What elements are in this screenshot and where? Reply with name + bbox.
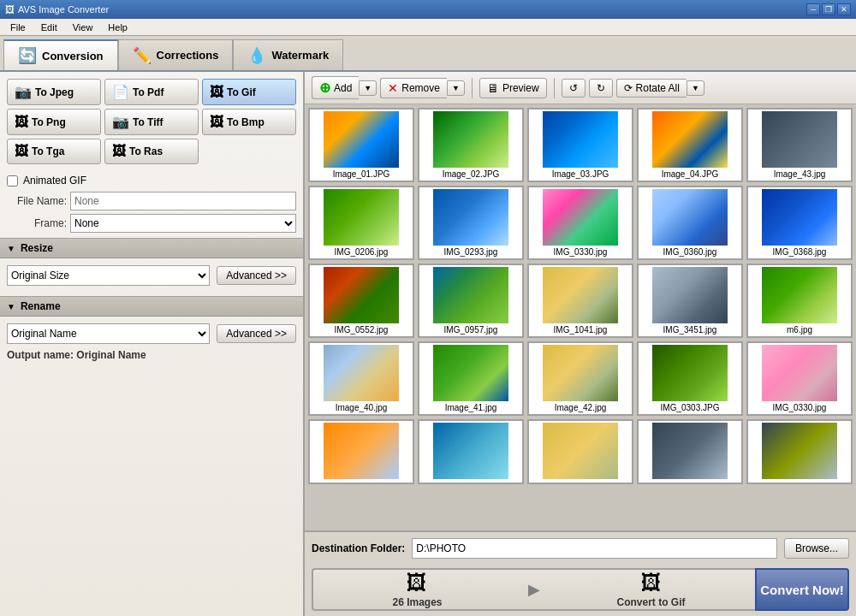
frame-select[interactable]: None [70,214,296,233]
image-item[interactable] [527,419,633,484]
add-button[interactable]: ⊕ Add [312,76,359,99]
rotate-all-button[interactable]: ⟳ Rotate All [616,79,687,98]
image-item[interactable]: m6.jpg [746,264,853,338]
image-grid-container[interactable]: Image_01.JPGImage_02.JPGImage_03.JPGImag… [305,104,856,530]
format-jpeg-button[interactable]: 📷 To Jpeg [7,79,101,105]
close-button[interactable]: ✕ [837,3,851,15]
image-name: IMG_0360.jpg [663,247,717,257]
convert-target-item: 🖼 Convert to Gif [617,571,686,608]
image-thumbnail [762,111,837,168]
resize-arrow-icon: ▼ [7,244,15,253]
format-ras-button[interactable]: 🖼 To Ras [104,139,199,164]
image-item[interactable]: Image_01.JPG [308,108,414,182]
image-thumbnail [652,111,728,168]
add-dropdown-button[interactable]: ▼ [359,80,377,96]
file-name-input[interactable] [70,192,296,210]
convert-arrow: ▶ [521,568,547,611]
image-item[interactable] [746,419,853,484]
format-tga-label: To Tga [32,145,64,157]
tab-watermark[interactable]: 💧 Watermark [233,39,343,70]
convert-target-section: 🖼 Convert to Gif [547,568,755,611]
image-item[interactable]: IMG_0360.jpg [637,186,743,260]
image-thumbnail [762,423,837,479]
image-item[interactable]: IMG_0957.jpg [418,264,524,338]
image-item[interactable]: Image_04.JPG [637,108,743,182]
image-name: Image_02.JPG [443,169,500,179]
rename-arrow-icon: ▼ [7,302,15,311]
menu-view[interactable]: View [66,21,100,34]
preview-button[interactable]: 🖥 Preview [479,78,547,98]
animated-gif-checkbox[interactable] [7,175,18,187]
image-name: Image_42.jpg [555,403,607,412]
remove-dropdown-button[interactable]: ▼ [447,80,465,96]
png-icon: 🖼 [15,115,28,130]
format-bmp-button[interactable]: 🖼 To Bmp [202,109,296,135]
animated-gif-label[interactable]: Animated GIF [23,175,86,187]
left-panel: 📷 To Jpeg 📄 To Pdf 🖼 To Gif 🖼 To Png 📷 T… [0,72,305,616]
tab-conversion[interactable]: 🔄 Conversion [3,39,118,70]
tab-corrections[interactable]: ✏️ Corrections [118,39,234,70]
image-item[interactable]: Image_02.JPG [418,108,524,182]
format-tiff-label: To Tiff [133,116,163,128]
image-item[interactable]: IMG_0330.jpg [527,186,633,260]
image-item[interactable]: Image_42.jpg [527,341,633,416]
rename-select[interactable]: Original Name Custom [7,323,210,344]
destination-input[interactable] [412,538,777,559]
image-item[interactable]: IMG_0552.jpg [308,264,414,338]
rotate-left-button[interactable]: ↺ [562,79,586,98]
image-item[interactable] [637,419,743,484]
minimize-button[interactable]: ─ [806,3,820,15]
image-name: IMG_0303.JPG [661,403,720,412]
image-thumbnail [652,345,728,401]
image-thumbnail [543,267,618,323]
format-grid: 📷 To Jpeg 📄 To Pdf 🖼 To Gif 🖼 To Png 📷 T… [0,72,303,171]
image-name: Image_04.JPG [662,169,719,179]
format-pdf-button[interactable]: 📄 To Pdf [104,79,199,105]
rotate-right-button[interactable]: ↻ [589,79,613,98]
rotate-all-button-group: ⟳ Rotate All ▼ [616,79,704,98]
image-item[interactable]: IMG_3451.jpg [637,264,743,338]
gif-icon: 🖼 [210,85,223,100]
resize-section-header[interactable]: ▼ Resize [0,238,303,258]
rename-section-header[interactable]: ▼ Rename [0,296,303,317]
image-name: IMG_0330.jpg [773,403,827,412]
menu-edit[interactable]: Edit [34,21,64,34]
image-item[interactable]: IMG_0368.jpg [746,186,853,260]
format-png-button[interactable]: 🖼 To Png [7,109,101,135]
file-name-label: File Name: [7,195,67,207]
resize-select[interactable]: Original Size Custom 25% 50% 75% [7,265,210,286]
rotate-all-dropdown-button[interactable]: ▼ [687,80,704,96]
remove-button[interactable]: ✕ Remove [380,78,447,98]
restore-button[interactable]: ❐ [822,3,835,15]
format-tiff-button[interactable]: 📷 To Tiff [104,109,199,135]
rotate-left-icon: ↺ [569,82,578,94]
image-item[interactable]: Image_40.jpg [308,341,414,416]
title-bar-controls: ─ ❐ ✕ [806,3,851,15]
menu-help[interactable]: Help [101,21,134,34]
image-item[interactable]: IMG_0303.JPG [637,341,743,416]
image-item[interactable]: Image_03.JPG [527,108,633,182]
image-thumbnail [324,111,399,168]
rename-section-label: Rename [21,300,61,312]
tiff-icon: 📷 [112,114,129,130]
title-bar: 🖼 AVS Image Converter ─ ❐ ✕ [0,0,856,19]
image-item[interactable] [418,419,524,484]
resize-advanced-button[interactable]: Advanced >> [217,266,296,285]
browse-button[interactable]: Browse... [784,538,849,559]
image-item[interactable]: IMG_0330.jpg [746,341,853,416]
format-tga-button[interactable]: 🖼 To Tga [7,139,101,164]
format-gif-button[interactable]: 🖼 To Gif [202,79,296,105]
image-item[interactable]: Image_43.jpg [746,108,853,182]
add-plus-icon: ⊕ [319,80,330,96]
remove-x-icon: ✕ [388,81,398,95]
rename-advanced-button[interactable]: Advanced >> [217,324,296,343]
menu-file[interactable]: File [3,21,33,34]
image-item[interactable]: IMG_0293.jpg [418,186,524,260]
image-thumbnail [433,345,508,401]
image-item[interactable]: IMG_1041.jpg [527,264,633,338]
image-item[interactable]: Image_41.jpg [418,341,524,416]
image-item[interactable] [308,419,414,484]
app-icon: 🖼 [5,4,15,15]
convert-now-button[interactable]: Convert Now! [755,568,849,611]
image-item[interactable]: IMG_0206.jpg [308,186,414,260]
